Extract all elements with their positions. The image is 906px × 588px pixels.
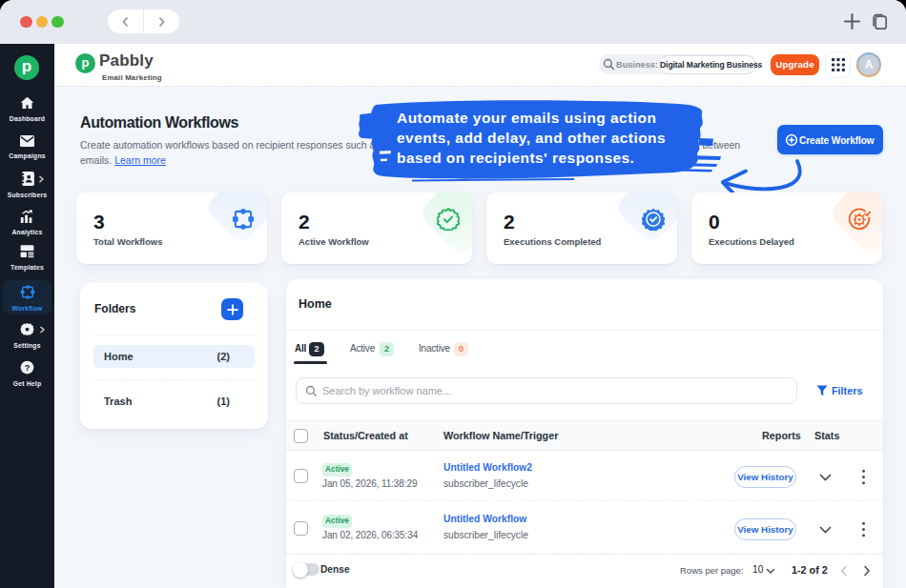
svg-text:events, add delay, and other a: events, add delay, and other actions [397, 130, 666, 146]
svg-text:based on recipients' responses: based on recipients' responses. [397, 150, 634, 166]
svg-text:?: ? [25, 362, 31, 372]
svg-text:Automate your emails using act: Automate your emails using action [397, 110, 656, 126]
